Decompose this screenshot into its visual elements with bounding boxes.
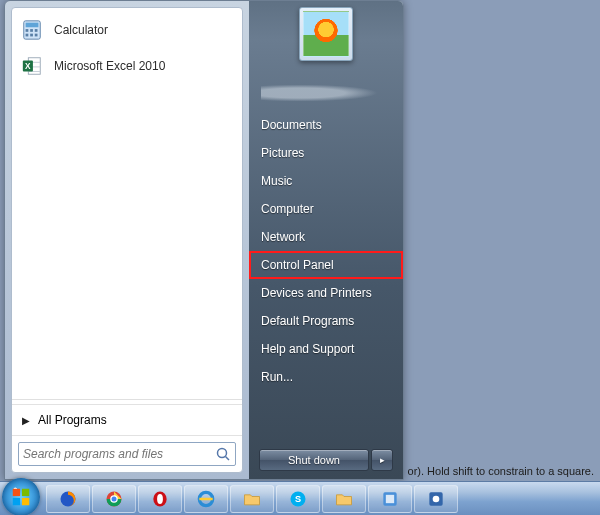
program-label: Calculator [54,23,108,37]
svg-point-22 [157,494,163,504]
search-box[interactable] [18,442,236,466]
recent-programs-list: Calculator X Microsoft Excel 2010 [12,8,242,395]
taskbar-button-skype[interactable]: S [276,485,320,513]
user-picture[interactable] [299,7,353,61]
taskbar-button-chrome[interactable] [92,485,136,513]
taskbar-button-ie[interactable] [184,485,228,513]
all-programs-button[interactable]: ▶ All Programs [12,404,242,435]
svg-text:X: X [25,62,31,71]
start-menu: Calculator X Microsoft Excel 2010 ▶ All … [4,0,404,480]
windows-logo-icon [10,486,32,508]
shutdown-row: Shut down ▸ [249,449,403,471]
right-item-computer[interactable]: Computer [249,195,403,223]
svg-line-15 [226,457,230,461]
taskbar: S [0,481,600,515]
svg-rect-3 [30,29,33,32]
chevron-right-icon: ▸ [380,455,385,465]
app2-icon [426,489,446,509]
chevron-right-icon: ▶ [22,415,30,426]
svg-rect-6 [30,34,33,37]
taskbar-button-app[interactable] [368,485,412,513]
taskbar-button-folder[interactable] [322,485,366,513]
ie-icon [196,489,216,509]
svg-point-14 [218,449,227,458]
svg-rect-4 [35,29,38,32]
right-item-control-panel[interactable]: Control Panel [249,251,403,279]
start-button[interactable] [2,478,40,516]
user-picture-image [303,11,349,57]
svg-rect-7 [35,34,38,37]
svg-point-20 [112,496,117,501]
shutdown-options-button[interactable]: ▸ [371,449,393,471]
svg-text:S: S [295,494,301,504]
start-menu-left-pane: Calculator X Microsoft Excel 2010 ▶ All … [11,7,243,473]
right-item-run[interactable]: Run... [249,363,403,391]
taskbar-button-explorer[interactable] [230,485,274,513]
shutdown-button[interactable]: Shut down [259,449,369,471]
calculator-icon [20,18,44,42]
right-item-default-programs[interactable]: Default Programs [249,307,403,335]
svg-rect-5 [26,34,29,37]
excel-icon: X [20,54,44,78]
explorer-icon [242,489,262,509]
user-name-label[interactable] [261,83,391,103]
firefox-icon [58,489,78,509]
right-item-help-support[interactable]: Help and Support [249,335,403,363]
search-input[interactable] [23,447,215,461]
opera-icon [150,489,170,509]
program-label: Microsoft Excel 2010 [54,59,165,73]
right-item-devices-printers[interactable]: Devices and Printers [249,279,403,307]
program-item-calculator[interactable]: Calculator [12,12,242,48]
program-item-excel[interactable]: X Microsoft Excel 2010 [12,48,242,84]
right-item-documents[interactable]: Documents [249,111,403,139]
svg-rect-2 [26,29,29,32]
folder-icon [334,489,354,509]
skype-icon: S [288,489,308,509]
search-icon [215,446,231,462]
app-icon [380,489,400,509]
all-programs-label: All Programs [38,413,107,427]
taskbar-button-firefox[interactable] [46,485,90,513]
start-menu-right-pane: Documents Pictures Music Computer Networ… [249,1,403,479]
right-item-pictures[interactable]: Pictures [249,139,403,167]
svg-rect-27 [386,494,394,502]
taskbar-button-opera[interactable] [138,485,182,513]
right-item-music[interactable]: Music [249,167,403,195]
svg-point-29 [433,495,440,502]
taskbar-button-app2[interactable] [414,485,458,513]
right-item-network[interactable]: Network [249,223,403,251]
svg-rect-1 [26,23,39,28]
search-container [12,435,242,472]
desktop-hint-text: or). Hold shift to constrain to a square… [408,465,594,477]
separator [12,399,242,400]
chrome-icon [104,489,124,509]
taskbar-buttons: S [46,485,458,513]
